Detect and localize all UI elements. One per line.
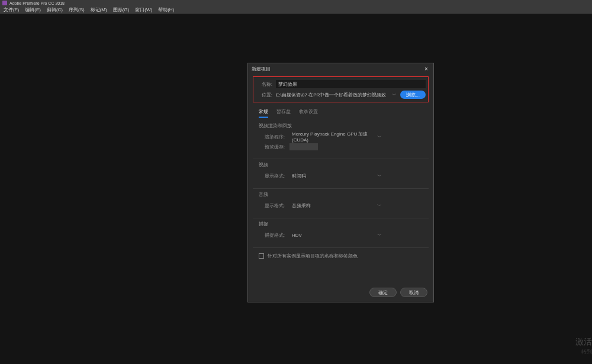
capture-format-label: 捕捉格式: — [259, 232, 285, 239]
menu-graphics[interactable]: 图形(G) — [113, 7, 130, 13]
browse-button[interactable]: 浏览... — [400, 91, 426, 99]
close-icon[interactable]: × — [423, 66, 430, 72]
video-render-title: 视频渲染和回放 — [259, 123, 423, 129]
chevron-down-icon: ﹀ — [377, 232, 382, 239]
window-titlebar: Adobe Premiere Pro CC 2018 — [0, 0, 592, 6]
activation-watermark: 激活 — [575, 337, 592, 347]
menu-edit[interactable]: 编辑(E) — [25, 7, 41, 13]
renderer-label: 渲染程序: — [259, 134, 285, 140]
cancel-button[interactable]: 取消 — [400, 288, 427, 297]
chevron-down-icon: ﹀ — [377, 202, 382, 209]
tab-general[interactable]: 常规 — [259, 108, 268, 118]
preview-cache-label: 预览缓存: — [259, 144, 285, 150]
audio-title: 音频 — [259, 191, 423, 198]
menu-sequence[interactable]: 序列(S) — [69, 7, 85, 13]
audio-display-row: 显示格式: 音频采样 ﹀ — [259, 201, 423, 210]
location-path[interactable]: E:\自媒体资\07 在PR中做一个好看着放的梦幻视频效果 — [276, 92, 386, 98]
highlight-box: 名称: 位置: E:\自媒体资\07 在PR中做一个好看着放的梦幻视频效果 ﹀ … — [253, 76, 429, 102]
menu-clip[interactable]: 剪辑(C) — [47, 7, 63, 13]
audio-display-value: 音频采样 — [292, 202, 311, 209]
project-name-input[interactable] — [276, 80, 426, 88]
dialog-title: 新建项目 — [252, 66, 271, 72]
project-items-checkbox[interactable] — [259, 253, 264, 259]
menu-help[interactable]: 帮助(H) — [158, 7, 174, 13]
dialog-tabs: 常规 暂存盘 收录设置 — [253, 105, 429, 120]
menu-marker[interactable]: 标记(M) — [91, 7, 107, 13]
main-menubar: 文件(F) 编辑(E) 剪辑(C) 序列(S) 标记(M) 图形(G) 窗口(W… — [0, 6, 592, 14]
section-audio: 音频 显示格式: 音频采样 ﹀ — [253, 189, 429, 218]
dialog-footer: 确定 取消 — [369, 288, 427, 297]
tab-ingest[interactable]: 收录设置 — [299, 108, 318, 118]
checkbox-row: 针对所有实例显示项目项的名称和标签颜色 — [253, 248, 429, 264]
dialog-body: 名称: 位置: E:\自媒体资\07 在PR中做一个好看着放的梦幻视频效果 ﹀ … — [248, 74, 433, 266]
capture-format-row: 捕捉格式: HDV ﹀ — [259, 231, 423, 239]
preview-cache-row: 预览缓存: — [259, 143, 423, 150]
checkbox-label: 针对所有实例显示项目项的名称和标签颜色 — [268, 253, 358, 259]
section-capture: 捕捉 捕捉格式: HDV ﹀ — [253, 218, 429, 248]
chevron-down-icon: ﹀ — [377, 173, 382, 179]
renderer-value: Mercury Playback Engine GPU 加速 (CUDA) — [292, 131, 377, 143]
renderer-select[interactable]: Mercury Playback Engine GPU 加速 (CUDA) ﹀ — [289, 133, 384, 141]
chevron-down-icon: ﹀ — [377, 134, 382, 140]
app-icon — [2, 1, 7, 5]
video-display-label: 显示格式: — [259, 173, 285, 179]
capture-format-select[interactable]: HDV ﹀ — [289, 231, 384, 239]
menu-file[interactable]: 文件(F) — [4, 7, 19, 13]
chevron-down-icon[interactable]: ﹀ — [392, 92, 397, 98]
menu-window[interactable]: 窗口(W) — [135, 7, 152, 13]
location-row: 位置: E:\自媒体资\07 在PR中做一个好看着放的梦幻视频效果 ﹀ 浏览..… — [256, 89, 426, 100]
ok-button[interactable]: 确定 — [369, 288, 397, 297]
renderer-row: 渲染程序: Mercury Playback Engine GPU 加速 (CU… — [259, 133, 423, 141]
activation-watermark-sub: 转到 — [581, 348, 592, 356]
capture-format-value: HDV — [292, 233, 302, 238]
tab-scratch[interactable]: 暂存盘 — [276, 108, 291, 118]
window-title: Adobe Premiere Pro CC 2018 — [9, 1, 65, 5]
video-display-value: 时间码 — [292, 173, 306, 179]
video-title: 视频 — [259, 162, 423, 168]
name-label: 名称: — [256, 81, 272, 88]
preview-cache-field — [289, 143, 318, 150]
video-display-select[interactable]: 时间码 ﹀ — [289, 172, 384, 180]
dialog-header: 新建项目 × — [248, 63, 433, 74]
location-label: 位置: — [256, 92, 272, 98]
section-video-render: 视频渲染和回放 渲染程序: Mercury Playback Engine GP… — [253, 120, 429, 159]
section-video: 视频 显示格式: 时间码 ﹀ — [253, 159, 429, 189]
video-display-row: 显示格式: 时间码 ﹀ — [259, 172, 423, 180]
capture-title: 捕捉 — [259, 221, 423, 227]
audio-display-select[interactable]: 音频采样 ﹀ — [289, 201, 384, 210]
new-project-dialog: 新建项目 × 名称: 位置: E:\自媒体资\07 在PR中做一个好看着放的梦幻… — [247, 63, 434, 302]
name-row: 名称: — [256, 79, 426, 89]
audio-display-label: 显示格式: — [259, 202, 285, 209]
